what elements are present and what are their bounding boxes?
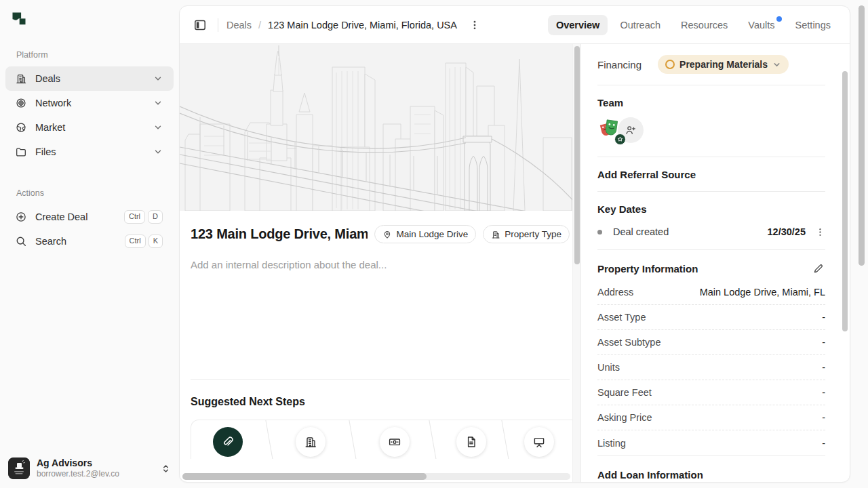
deal-page-card: Deals / 123 Main Lodge Drive, Miami, Flo… [179,5,850,483]
sidebar-item-files[interactable]: Files [5,140,174,164]
sidebar-toggle-button[interactable] [191,16,210,35]
sidebar-item-deals[interactable]: Deals [5,66,174,91]
breadcrumb: Deals / 123 Main Lodge Drive, Miami, Flo… [226,20,457,30]
plus-circle-icon [15,211,27,223]
network-icon [15,97,27,109]
loan-title: Add Loan Information [597,469,703,481]
step-review-documents[interactable] [456,427,486,457]
user-meta: Ag Advisors borrower.test.2@lev.co [37,458,154,480]
tab-vaults[interactable]: Vaults [740,15,783,35]
breadcrumb-separator: / [258,20,261,30]
search-action[interactable]: Search Ctrl K [5,229,174,253]
next-steps-title: Suggested Next Steps [191,396,570,408]
platform-section-label: Platform [16,50,174,60]
globe-icon [15,121,27,134]
chevron-down-icon [153,147,163,157]
action-label: Create Deal [35,211,116,222]
step-attach-documents[interactable] [213,427,243,457]
breadcrumb-current: 123 Main Lodge Drive, Miami, Florida, US… [268,20,457,30]
step-loan-request[interactable] [380,427,410,457]
bullet-dot-icon [597,230,602,235]
search-icon [15,235,27,247]
actions-section-label: Actions [16,188,174,198]
key-dates-section: Key Dates Deal created 12/30/25 [597,192,825,250]
step-separator [500,420,511,459]
tag-label: Main Lodge Drive [396,229,468,239]
team-member-avatar[interactable] [597,117,623,143]
shortcut-keys: Ctrl D [124,210,163,223]
kebab-menu-icon[interactable] [467,17,483,33]
tag-property-type[interactable]: Property Type [483,225,570,243]
property-row-address: Address Main Lodge Drive, Miami, FL [597,280,825,305]
tab-overview[interactable]: Overview [548,15,608,35]
steps-scrollbar-track[interactable] [182,473,570,480]
app-logo-icon [11,11,27,27]
step-property-details[interactable] [296,427,326,457]
kbd-key: Ctrl [124,210,145,223]
tab-outreach[interactable]: Outreach [612,15,669,35]
property-row-units: Units - [597,355,825,380]
building-icon [15,73,27,85]
financing-section: Financing Preparing Materials [597,44,825,85]
tag-street[interactable]: Main Lodge Drive [374,225,476,243]
page-scrollbar-thumb[interactable] [859,5,865,266]
user-menu[interactable]: Ag Advisors borrower.test.2@lev.co [8,458,171,480]
step-separator [264,420,275,459]
add-loan-information[interactable]: Add Loan Information [597,456,825,483]
sidebar: Platform Deals Network Market Files Acti… [0,0,179,488]
banknote-icon [388,435,401,449]
paperclip-icon [221,435,235,449]
chevron-down-icon [153,98,163,108]
financing-status-dropdown[interactable]: Preparing Materials [658,55,789,74]
panel-scrollbar-thumb[interactable] [842,71,848,331]
description-area[interactable] [191,270,570,379]
chevrons-up-down-icon [161,464,171,474]
deal-details-panel: Financing Preparing Materials Team [581,44,850,483]
chevron-down-icon [772,60,781,69]
key-date-row: Deal created 12/30/25 [597,226,825,237]
notification-dot [776,16,782,22]
tab-resources[interactable]: Resources [673,15,736,35]
chevron-down-icon [153,123,163,132]
main-scrollbar-thumb[interactable] [574,46,580,264]
team-section: Team [597,85,825,157]
step-separator [428,420,438,459]
kbd-key: D [148,210,163,223]
deal-tabs: Overview Outreach Resources Vaults Setti… [548,15,839,35]
sidebar-item-label: Files [35,146,145,157]
user-avatar [8,458,30,479]
property-row-asset-type: Asset Type - [597,305,825,330]
tag-label: Property Type [505,229,561,239]
key-dates-title: Key Dates [597,203,825,215]
step-separator [348,420,358,459]
create-deal-action[interactable]: Create Deal Ctrl D [5,205,174,229]
sidebar-item-network[interactable]: Network [5,91,174,115]
description-placeholder[interactable]: Add an internal description about the de… [191,259,570,270]
edit-pencil-icon[interactable] [811,262,825,276]
sidebar-item-market[interactable]: Market [5,115,174,140]
chevron-down-icon [153,74,163,83]
sidebar-item-label: Network [35,98,145,108]
user-email: borrower.test.2@lev.co [37,469,154,480]
property-info-title: Property Information [597,263,698,274]
property-info-section: Property Information Address Main Lodge … [597,250,825,456]
status-ring-icon [665,60,675,69]
referral-title: Add Referral Source [597,169,696,180]
add-referral-source[interactable]: Add Referral Source [597,157,825,192]
building-icon [304,435,317,449]
building-icon [491,230,500,239]
breadcrumb-deals-link[interactable]: Deals [226,20,252,30]
step-share-materials[interactable] [524,427,554,457]
steps-scrollbar-thumb[interactable] [182,473,427,480]
location-pin-icon [382,230,392,239]
header-divider [218,18,218,32]
document-icon [465,435,478,449]
key-date-value: 12/30/25 [768,226,806,237]
main-scrollbar-track[interactable] [572,44,580,483]
deal-overview-main: 123 Main Lodge Drive, Miami, Florida, US… [180,44,581,483]
kebab-menu-icon[interactable] [815,227,825,237]
key-date-label: Deal created [613,226,768,237]
tab-settings[interactable]: Settings [787,15,839,35]
financing-status-value: Preparing Materials [679,59,768,70]
kbd-key: Ctrl [125,235,146,247]
